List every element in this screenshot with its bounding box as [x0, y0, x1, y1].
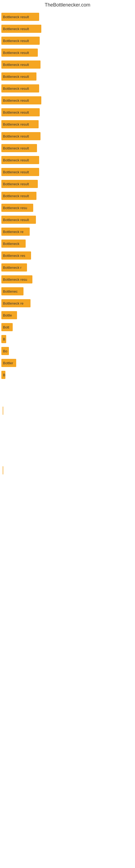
bar-label: Bottler [3, 361, 13, 365]
bar-row-wrapper: Bottleneck result [1, 132, 135, 140]
bar-label: Bottleneck re [3, 230, 24, 234]
bar-label: Bottleneck r [3, 266, 21, 270]
bar-label: Bo [3, 349, 7, 353]
bar-label: Bottleneck result [3, 182, 29, 186]
bar-row-wrapper: Bottleneck result [1, 13, 135, 21]
bar-label: Bottleneck result [3, 39, 29, 43]
bar-row-wrapper: Bottleneck r [1, 264, 135, 272]
bar-row-wrapper: Bottleneck result [1, 49, 135, 57]
bar-row-wrapper: Bottleneck [1, 240, 135, 248]
bar-label: Bottleneck result [3, 63, 29, 67]
bar-row-wrapper: Bottleneck result [1, 72, 135, 81]
result-bar: Bottle [1, 311, 17, 319]
bar-row-wrapper: B [1, 335, 135, 343]
result-bar: Bottler [1, 359, 16, 367]
bar-label: Bottleneck result [3, 74, 29, 79]
result-bar: Bottleneck re [1, 227, 30, 236]
result-bar: Bottleneck result [1, 13, 39, 21]
bar-label: Bottleneck result [3, 27, 29, 31]
bar-row-wrapper: Bottleneck result [1, 168, 135, 176]
bar-row-wrapper [1, 395, 135, 403]
bar-row-wrapper: Bottleneck result [1, 192, 135, 200]
result-bar: Bottleneck result [1, 132, 41, 140]
spacer [1, 383, 135, 391]
result-bar: Bottleneck result [1, 156, 39, 164]
result-bar: Bottleneck result [1, 84, 39, 93]
site-title: TheBottlenecker.com [0, 0, 135, 10]
bar-label: Bottleneck result [3, 134, 29, 138]
bar-row-wrapper: Bottleneck result [1, 96, 135, 104]
bar-label: Bottleneck re [3, 301, 24, 305]
bar-label: Bott [3, 325, 9, 329]
bar-label: Bottleneck resu [3, 278, 27, 282]
result-bar: Bott [1, 323, 13, 331]
spacer [1, 454, 135, 463]
result-bar: Bottleneck result [1, 216, 36, 224]
result-bar: Bottleneck result [1, 180, 38, 188]
result-bar: Bottleneck result [1, 72, 37, 81]
bar-label: Bottleneck res [3, 254, 25, 258]
result-bar: Bottleneck result [1, 120, 39, 128]
vertical-line [3, 466, 3, 474]
result-bar: Bottleneck result [1, 108, 40, 116]
bar-label: Bottleneck result [3, 194, 29, 198]
bar-label: Bottleneck result [3, 111, 29, 115]
bar-row-wrapper [1, 454, 135, 463]
bars-container: Bottleneck resultBottleneck resultBottle… [0, 10, 135, 474]
bar-row-wrapper: Bottleneck result [1, 61, 135, 69]
bar-row-wrapper: Bottleneck result [1, 156, 135, 164]
spacer [1, 418, 135, 427]
spacer [1, 442, 135, 451]
result-bar: Bottleneck result [1, 25, 41, 33]
bar-row-wrapper [1, 407, 135, 415]
result-bar: Bottleneck result [1, 61, 41, 69]
result-bar: Bottlenec [1, 287, 24, 296]
bar-label: Bottleneck result [3, 87, 29, 91]
bar-row-wrapper: Bottle [1, 311, 135, 319]
bar-row-wrapper [1, 383, 135, 391]
bar-row-wrapper [1, 466, 135, 474]
bar-row-wrapper [1, 431, 135, 439]
bar-row-wrapper: Bo [1, 347, 135, 355]
bar-row-wrapper: Bottleneck res [1, 251, 135, 259]
result-bar: Bottleneck resu [1, 275, 32, 283]
result-bar: B [1, 371, 5, 379]
bar-label: Bottleneck resu [3, 206, 27, 210]
bar-row-wrapper: Bottlenec [1, 287, 135, 296]
result-bar: Bottleneck result [1, 37, 40, 45]
bar-label: Bottleneck result [3, 170, 29, 174]
bar-row-wrapper [1, 442, 135, 451]
bar-row-wrapper: Bottleneck re [1, 227, 135, 236]
vertical-line [3, 407, 3, 415]
result-bar: Bottleneck result [1, 192, 37, 200]
bar-row-wrapper: Bottleneck resu [1, 204, 135, 212]
bar-row-wrapper: Bottleneck result [1, 180, 135, 188]
result-bar: Bottleneck res [1, 251, 31, 259]
bar-label: B [3, 337, 5, 341]
result-bar: Bottleneck result [1, 49, 38, 57]
bar-row-wrapper: Bottler [1, 359, 135, 367]
bar-row-wrapper: Bottleneck result [1, 120, 135, 128]
bar-label: Bottleneck result [3, 146, 29, 150]
spacer [1, 431, 135, 439]
bar-row-wrapper: Bottleneck result [1, 144, 135, 152]
bar-label: Bottleneck result [3, 158, 29, 162]
result-bar: Bo [1, 347, 9, 355]
result-bar: Bottleneck resu [1, 204, 33, 212]
bar-row-wrapper: Bottleneck result [1, 84, 135, 93]
bar-label: Bottleneck result [3, 51, 29, 55]
bar-label: Bottleneck [3, 242, 19, 246]
result-bar: Bottleneck result [1, 144, 37, 152]
bar-row-wrapper: Bott [1, 323, 135, 331]
bar-label: B [3, 373, 5, 377]
bar-row-wrapper [1, 418, 135, 427]
bar-label: Bottleneck result [3, 98, 29, 102]
bar-row-wrapper: Bottleneck result [1, 108, 135, 116]
bar-row-wrapper: Bottleneck result [1, 216, 135, 224]
bar-row-wrapper: Bottleneck resu [1, 275, 135, 283]
spacer [1, 395, 135, 403]
bar-label: Bottle [3, 313, 12, 317]
result-bar: Bottleneck re [1, 299, 31, 307]
result-bar: Bottleneck result [1, 96, 41, 104]
bar-label: Bottlenec [3, 289, 17, 293]
